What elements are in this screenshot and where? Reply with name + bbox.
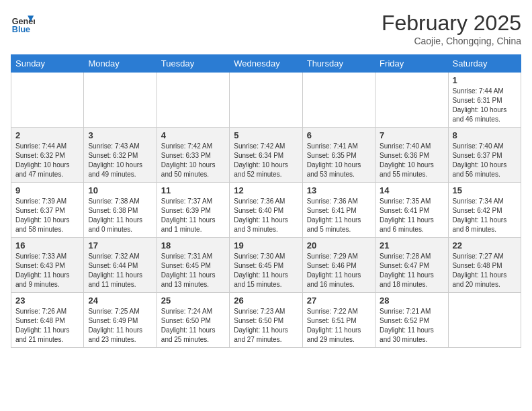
calendar-cell: 13Sunrise: 7:36 AM Sunset: 6:41 PM Dayli…	[302, 183, 375, 238]
calendar-cell: 16Sunrise: 7:33 AM Sunset: 6:43 PM Dayli…	[11, 238, 84, 293]
day-number: 1	[453, 75, 517, 85]
day-info: Sunrise: 7:26 AM Sunset: 6:48 PM Dayligh…	[15, 307, 79, 345]
day-info: Sunrise: 7:25 AM Sunset: 6:49 PM Dayligh…	[88, 307, 152, 345]
day-info: Sunrise: 7:44 AM Sunset: 6:31 PM Dayligh…	[453, 87, 517, 124]
day-number: 18	[161, 240, 225, 250]
day-info: Sunrise: 7:34 AM Sunset: 6:42 PM Dayligh…	[453, 197, 517, 234]
day-number: 21	[380, 240, 443, 250]
day-info: Sunrise: 7:28 AM Sunset: 6:47 PM Dayligh…	[380, 252, 443, 289]
day-number: 7	[380, 130, 443, 140]
day-number: 14	[380, 185, 443, 195]
logo: General Blue	[11, 11, 35, 35]
calendar-cell: 5Sunrise: 7:42 AM Sunset: 6:34 PM Daylig…	[230, 128, 302, 183]
calendar-cell: 4Sunrise: 7:42 AM Sunset: 6:33 PM Daylig…	[157, 128, 229, 183]
day-info: Sunrise: 7:44 AM Sunset: 6:32 PM Dayligh…	[15, 142, 79, 179]
calendar-cell: 24Sunrise: 7:25 AM Sunset: 6:49 PM Dayli…	[84, 293, 157, 348]
day-number: 12	[234, 185, 298, 195]
calendar-cell: 17Sunrise: 7:32 AM Sunset: 6:44 PM Dayli…	[84, 238, 157, 293]
day-header-wednesday: Wednesday	[230, 55, 302, 73]
calendar-cell	[157, 73, 229, 128]
day-number: 22	[453, 240, 517, 250]
week-row-2: 2Sunrise: 7:44 AM Sunset: 6:32 PM Daylig…	[11, 128, 521, 183]
calendar-cell: 28Sunrise: 7:21 AM Sunset: 6:52 PM Dayli…	[375, 293, 448, 348]
day-info: Sunrise: 7:38 AM Sunset: 6:38 PM Dayligh…	[88, 197, 152, 234]
day-number: 17	[88, 240, 152, 250]
calendar-cell: 14Sunrise: 7:35 AM Sunset: 6:41 PM Dayli…	[375, 183, 448, 238]
calendar-cell	[84, 73, 157, 128]
calendar-cell: 6Sunrise: 7:41 AM Sunset: 6:35 PM Daylig…	[302, 128, 375, 183]
title-block: February 2025 Caojie, Chongqing, China	[382, 11, 521, 46]
day-info: Sunrise: 7:33 AM Sunset: 6:43 PM Dayligh…	[15, 252, 79, 289]
month-year: February 2025	[382, 11, 521, 36]
day-number: 16	[15, 240, 79, 250]
day-info: Sunrise: 7:30 AM Sunset: 6:45 PM Dayligh…	[234, 252, 298, 289]
day-number: 13	[307, 185, 371, 195]
day-number: 4	[161, 130, 225, 140]
calendar-cell: 22Sunrise: 7:27 AM Sunset: 6:48 PM Dayli…	[448, 238, 521, 293]
calendar-cell: 18Sunrise: 7:31 AM Sunset: 6:45 PM Dayli…	[157, 238, 229, 293]
day-info: Sunrise: 7:42 AM Sunset: 6:34 PM Dayligh…	[234, 142, 298, 179]
day-number: 26	[234, 295, 298, 306]
day-info: Sunrise: 7:40 AM Sunset: 6:37 PM Dayligh…	[453, 142, 517, 179]
calendar-cell: 15Sunrise: 7:34 AM Sunset: 6:42 PM Dayli…	[448, 183, 521, 238]
calendar-cell	[11, 73, 84, 128]
calendar-cell: 12Sunrise: 7:36 AM Sunset: 6:40 PM Dayli…	[230, 183, 302, 238]
day-header-tuesday: Tuesday	[157, 55, 229, 73]
day-info: Sunrise: 7:24 AM Sunset: 6:50 PM Dayligh…	[161, 307, 225, 345]
day-info: Sunrise: 7:42 AM Sunset: 6:33 PM Dayligh…	[161, 142, 225, 179]
day-number: 10	[88, 185, 152, 195]
day-header-sunday: Sunday	[11, 55, 84, 73]
day-number: 2	[15, 130, 79, 140]
calendar-table: SundayMondayTuesdayWednesdayThursdayFrid…	[11, 54, 521, 348]
day-number: 3	[88, 130, 152, 140]
location: Caojie, Chongqing, China	[382, 36, 521, 46]
day-header-monday: Monday	[84, 55, 157, 73]
day-header-saturday: Saturday	[448, 55, 521, 73]
day-number: 6	[307, 130, 371, 140]
day-info: Sunrise: 7:23 AM Sunset: 6:50 PM Dayligh…	[234, 307, 298, 345]
calendar-cell: 27Sunrise: 7:22 AM Sunset: 6:51 PM Dayli…	[302, 293, 375, 348]
day-info: Sunrise: 7:29 AM Sunset: 6:46 PM Dayligh…	[307, 252, 371, 289]
day-info: Sunrise: 7:31 AM Sunset: 6:45 PM Dayligh…	[161, 252, 225, 289]
calendar-cell	[448, 293, 521, 348]
day-info: Sunrise: 7:41 AM Sunset: 6:35 PM Dayligh…	[307, 142, 371, 179]
week-row-5: 23Sunrise: 7:26 AM Sunset: 6:48 PM Dayli…	[11, 293, 521, 348]
day-number: 8	[453, 130, 517, 140]
calendar-cell: 10Sunrise: 7:38 AM Sunset: 6:38 PM Dayli…	[84, 183, 157, 238]
calendar-cell: 3Sunrise: 7:43 AM Sunset: 6:32 PM Daylig…	[84, 128, 157, 183]
day-number: 5	[234, 130, 298, 140]
day-number: 20	[307, 240, 371, 250]
calendar-cell: 8Sunrise: 7:40 AM Sunset: 6:37 PM Daylig…	[448, 128, 521, 183]
day-number: 28	[380, 295, 443, 306]
calendar-cell: 19Sunrise: 7:30 AM Sunset: 6:45 PM Dayli…	[230, 238, 302, 293]
day-info: Sunrise: 7:39 AM Sunset: 6:37 PM Dayligh…	[15, 197, 79, 234]
day-number: 15	[453, 185, 517, 195]
day-info: Sunrise: 7:40 AM Sunset: 6:36 PM Dayligh…	[380, 142, 443, 179]
day-info: Sunrise: 7:27 AM Sunset: 6:48 PM Dayligh…	[453, 252, 517, 289]
calendar-cell: 7Sunrise: 7:40 AM Sunset: 6:36 PM Daylig…	[375, 128, 448, 183]
calendar-cell: 26Sunrise: 7:23 AM Sunset: 6:50 PM Dayli…	[230, 293, 302, 348]
day-number: 9	[15, 185, 79, 195]
day-header-friday: Friday	[375, 55, 448, 73]
calendar-cell: 21Sunrise: 7:28 AM Sunset: 6:47 PM Dayli…	[375, 238, 448, 293]
day-info: Sunrise: 7:22 AM Sunset: 6:51 PM Dayligh…	[307, 307, 371, 345]
calendar-cell: 11Sunrise: 7:37 AM Sunset: 6:39 PM Dayli…	[157, 183, 229, 238]
calendar-header-row: SundayMondayTuesdayWednesdayThursdayFrid…	[11, 55, 521, 73]
calendar-cell	[230, 73, 302, 128]
week-row-4: 16Sunrise: 7:33 AM Sunset: 6:43 PM Dayli…	[11, 238, 521, 293]
calendar-cell: 1Sunrise: 7:44 AM Sunset: 6:31 PM Daylig…	[448, 73, 521, 128]
calendar-cell	[375, 73, 448, 128]
calendar-cell: 2Sunrise: 7:44 AM Sunset: 6:32 PM Daylig…	[11, 128, 84, 183]
week-row-1: 1Sunrise: 7:44 AM Sunset: 6:31 PM Daylig…	[11, 73, 521, 128]
day-info: Sunrise: 7:32 AM Sunset: 6:44 PM Dayligh…	[88, 252, 152, 289]
calendar-cell: 20Sunrise: 7:29 AM Sunset: 6:46 PM Dayli…	[302, 238, 375, 293]
week-row-3: 9Sunrise: 7:39 AM Sunset: 6:37 PM Daylig…	[11, 183, 521, 238]
day-number: 27	[307, 295, 371, 306]
logo-icon: General Blue	[11, 11, 35, 35]
page-header: General Blue February 2025 Caojie, Chong…	[11, 11, 521, 46]
day-info: Sunrise: 7:35 AM Sunset: 6:41 PM Dayligh…	[380, 197, 443, 234]
day-number: 24	[88, 295, 152, 306]
day-info: Sunrise: 7:36 AM Sunset: 6:40 PM Dayligh…	[234, 197, 298, 234]
svg-text:Blue: Blue	[12, 25, 30, 34]
day-info: Sunrise: 7:43 AM Sunset: 6:32 PM Dayligh…	[88, 142, 152, 179]
